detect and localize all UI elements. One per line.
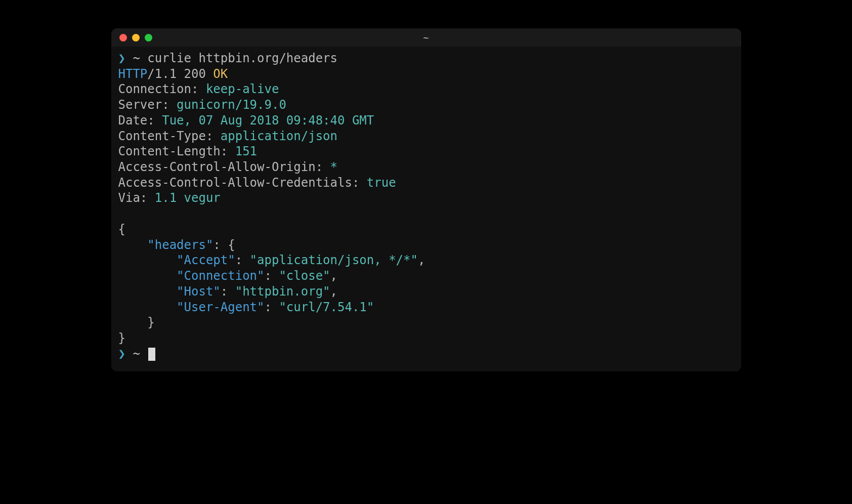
header-name: Content-Length: bbox=[118, 144, 228, 158]
status-code: 200 bbox=[184, 67, 206, 81]
zoom-icon[interactable] bbox=[145, 34, 152, 41]
response-header-line: Server: gunicorn/19.9.0 bbox=[118, 97, 734, 113]
window-title: ~ bbox=[111, 32, 741, 43]
response-header-line: Content-Type: application/json bbox=[118, 129, 734, 144]
next-prompt-line: ❯ ~ bbox=[118, 346, 734, 362]
response-header-line: Connection: keep-alive bbox=[118, 81, 734, 97]
json-key: "headers" bbox=[147, 238, 213, 252]
prompt-path: ~ bbox=[133, 347, 140, 361]
protocol: HTTP bbox=[118, 67, 148, 81]
header-value: keep-alive bbox=[206, 82, 279, 96]
header-name: Access-Control-Allow-Origin: bbox=[118, 160, 323, 174]
response-header-line: Access-Control-Allow-Credentials: true bbox=[118, 175, 734, 191]
response-header-line: Access-Control-Allow-Origin: * bbox=[118, 159, 734, 175]
json-key: "User-Agent" bbox=[177, 300, 264, 314]
json-key: "Host" bbox=[177, 284, 221, 299]
json-key: "Connection" bbox=[177, 269, 264, 283]
json-open: { bbox=[118, 222, 734, 237]
header-name: Via: bbox=[118, 191, 148, 205]
header-value: Tue, 07 Aug 2018 09:48:40 GMT bbox=[162, 113, 374, 128]
header-name: Server: bbox=[118, 98, 169, 112]
header-name: Access-Control-Allow-Credentials: bbox=[118, 176, 360, 190]
header-name: Content-Type: bbox=[118, 129, 214, 143]
blank-line bbox=[118, 206, 734, 222]
header-value: 151 bbox=[235, 144, 257, 158]
terminal-content[interactable]: ❯ ~ curlie httpbin.org/headersHTTP/1.1 2… bbox=[111, 47, 741, 371]
minimize-icon[interactable] bbox=[132, 34, 140, 41]
response-header-line: Content-Length: 151 bbox=[118, 144, 734, 159]
json-value: "application/json, */*" bbox=[250, 253, 418, 267]
response-header-line: Via: 1.1 vegur bbox=[118, 190, 734, 206]
prompt-path: ~ bbox=[133, 51, 140, 65]
traffic-lights bbox=[119, 34, 152, 41]
status-text: OK bbox=[213, 67, 228, 81]
header-name: Connection: bbox=[118, 82, 199, 96]
json-entry-line: "Connection": "close", bbox=[118, 268, 734, 284]
json-value: "close" bbox=[279, 269, 330, 283]
header-value: * bbox=[330, 160, 337, 174]
prompt-caret-icon: ❯ bbox=[118, 347, 125, 361]
header-value: application/json bbox=[221, 129, 337, 143]
window-titlebar[interactable]: ~ bbox=[111, 28, 741, 47]
json-inner-close: } bbox=[118, 315, 734, 330]
json-close: } bbox=[118, 330, 734, 346]
header-value: gunicorn/19.9.0 bbox=[177, 98, 286, 112]
response-header-line: Date: Tue, 07 Aug 2018 09:48:40 GMT bbox=[118, 113, 734, 129]
http-version: /1.1 bbox=[147, 67, 177, 81]
header-name: Date: bbox=[118, 113, 155, 128]
json-entry-line: "User-Agent": "curl/7.54.1" bbox=[118, 300, 734, 315]
header-value: 1.1 vegur bbox=[155, 191, 221, 205]
json-entry-line: "Accept": "application/json, */*", bbox=[118, 253, 734, 268]
close-icon[interactable] bbox=[119, 34, 127, 41]
terminal-window: ~ ❯ ~ curlie httpbin.org/headersHTTP/1.1… bbox=[111, 28, 741, 371]
prompt-caret-icon: ❯ bbox=[118, 51, 125, 65]
json-headers-key: "headers": { bbox=[118, 237, 734, 253]
json-entry-line: "Host": "httpbin.org", bbox=[118, 284, 734, 300]
cursor-icon bbox=[148, 348, 155, 361]
json-key: "Accept" bbox=[177, 253, 235, 267]
command-text: curlie httpbin.org/headers bbox=[147, 51, 337, 65]
header-value: true bbox=[367, 176, 396, 190]
prompt-line: ❯ ~ curlie httpbin.org/headers bbox=[118, 51, 734, 66]
json-value: "httpbin.org" bbox=[235, 284, 330, 299]
json-value: "curl/7.54.1" bbox=[279, 300, 374, 314]
http-status-line: HTTP/1.1 200 OK bbox=[118, 66, 734, 82]
